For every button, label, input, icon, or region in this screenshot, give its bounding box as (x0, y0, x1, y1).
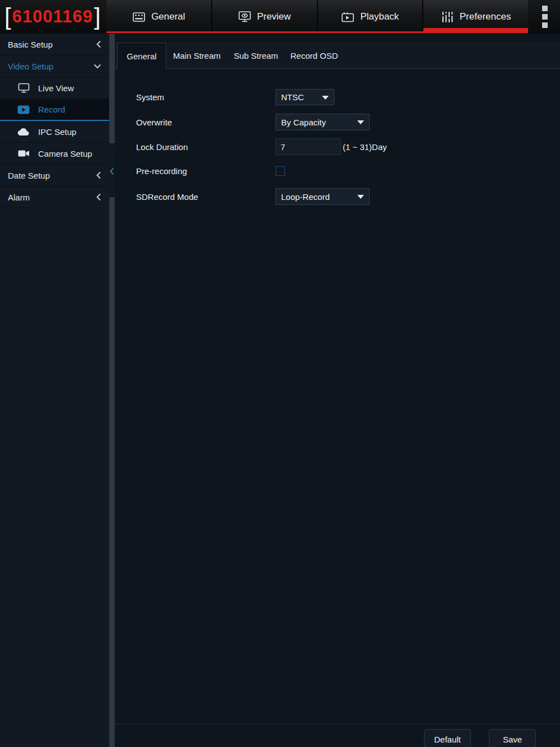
device-id: [ 61001169 ] (4, 0, 101, 34)
sliders-icon (441, 12, 454, 22)
sidebar-item-label: Alarm (8, 193, 96, 202)
form-row-pre-recording: Pre-recording (136, 166, 285, 176)
sidebar-item-label: IPC Setup (38, 127, 101, 137)
sd-record-mode-select-value: Loop-Record (281, 192, 330, 202)
sidebar-item-label: Basic Setup (8, 40, 96, 49)
tab-preferences-label: Preferences (460, 11, 511, 22)
monitor-icon (17, 83, 30, 93)
tab-preview-label: Preview (257, 11, 291, 22)
tab-playback[interactable]: Playback (318, 0, 423, 34)
overwrite-select[interactable]: By Capacity (276, 114, 370, 130)
sidebar: Basic Setup Video Setup Live View Record (0, 34, 109, 747)
system-select-value: NTSC (281, 92, 304, 102)
tab-label: Record OSD (290, 51, 338, 60)
device-id-bracket-close: ] (94, 2, 101, 32)
camera-icon (17, 150, 30, 157)
sidebar-gutter (109, 34, 115, 747)
tab-label: Main Stream (173, 51, 221, 60)
top-bar: [ 61001169 ] General (0, 0, 560, 34)
pre-recording-checkbox[interactable] (276, 166, 285, 176)
caret-down-icon (357, 120, 364, 124)
lock-duration-label: Lock Duration (136, 142, 276, 152)
lock-duration-hint: (1 ~ 31)Day (343, 142, 387, 152)
sidebar-item-video-setup[interactable]: Video Setup (0, 55, 109, 77)
chevron-down-icon (94, 64, 101, 69)
sidebar-collapse-icon[interactable] (109, 166, 115, 177)
device-id-bracket-open: [ (4, 2, 11, 32)
system-label: System (136, 92, 276, 102)
sidebar-item-record[interactable]: Record (0, 99, 109, 121)
tab-label: General (127, 52, 156, 61)
sidebar-item-camera-setup[interactable]: Camera Setup (0, 143, 109, 165)
top-tab-bar: General Preview (106, 0, 528, 34)
device-id-number: 61001169 (11, 7, 94, 27)
content-footer: Default Save (115, 723, 560, 747)
record-play-icon (17, 105, 30, 114)
default-button[interactable]: Default (424, 729, 471, 747)
sidebar-item-label: Date Setup (8, 171, 96, 180)
sidebar-item-alarm[interactable]: Alarm (0, 186, 109, 208)
sd-record-mode-label: SDRecord Mode (136, 192, 276, 202)
caret-down-icon (357, 195, 364, 199)
sidebar-item-basic-setup[interactable]: Basic Setup (0, 34, 109, 55)
sidebar-item-ipc-setup[interactable]: IPC Setup (0, 121, 109, 143)
content-tab-bar: General Main Stream Sub Stream Record OS… (115, 43, 560, 69)
overwrite-label: Overwrite (136, 118, 276, 127)
system-select[interactable]: NTSC (276, 89, 334, 105)
pre-recording-label: Pre-recording (136, 166, 276, 176)
sidebar-item-label: Video Setup (8, 62, 94, 71)
form-row-overwrite: Overwrite By Capacity (136, 114, 370, 130)
playback-icon (341, 12, 354, 22)
chevron-left-icon (96, 171, 101, 179)
tab-general[interactable]: General (106, 0, 211, 34)
tab-playback-label: Playback (360, 11, 399, 22)
lock-duration-input[interactable] (276, 138, 341, 155)
tab-record-osd[interactable]: Record OSD (284, 43, 344, 69)
sidebar-item-live-view[interactable]: Live View (0, 77, 109, 99)
form-row-lock-duration: Lock Duration (1 ~ 31)Day (136, 138, 387, 155)
chevron-left-icon (96, 193, 101, 201)
caret-down-icon (322, 96, 329, 100)
tab-main-stream[interactable]: Main Stream (166, 43, 227, 69)
sidebar-item-label: Record (38, 105, 101, 114)
content-panel: General Main Stream Sub Stream Record OS… (115, 34, 560, 747)
sidebar-item-date-setup[interactable]: Date Setup (0, 165, 109, 186)
sd-record-mode-select[interactable]: Loop-Record (276, 188, 370, 205)
grid-icon (132, 12, 146, 22)
form-row-system: System NTSC (136, 89, 334, 105)
form-row-sd-record-mode: SDRecord Mode Loop-Record (136, 188, 370, 205)
tab-preferences[interactable]: Preferences (423, 0, 528, 34)
tab-record-general[interactable]: General (117, 43, 166, 69)
overwrite-select-value: By Capacity (281, 118, 326, 127)
tab-sub-stream[interactable]: Sub Stream (227, 43, 284, 69)
monitor-eye-icon (238, 11, 251, 22)
overflow-menu-icon[interactable] (539, 0, 551, 34)
save-button[interactable]: Save (489, 729, 536, 747)
cloud-icon (17, 128, 30, 136)
chevron-left-icon (96, 40, 101, 48)
sidebar-item-label: Live View (38, 83, 101, 93)
tab-general-label: General (151, 11, 185, 22)
tab-preview[interactable]: Preview (212, 0, 317, 34)
sidebar-item-label: Camera Setup (38, 149, 101, 158)
tab-label: Sub Stream (234, 51, 278, 60)
